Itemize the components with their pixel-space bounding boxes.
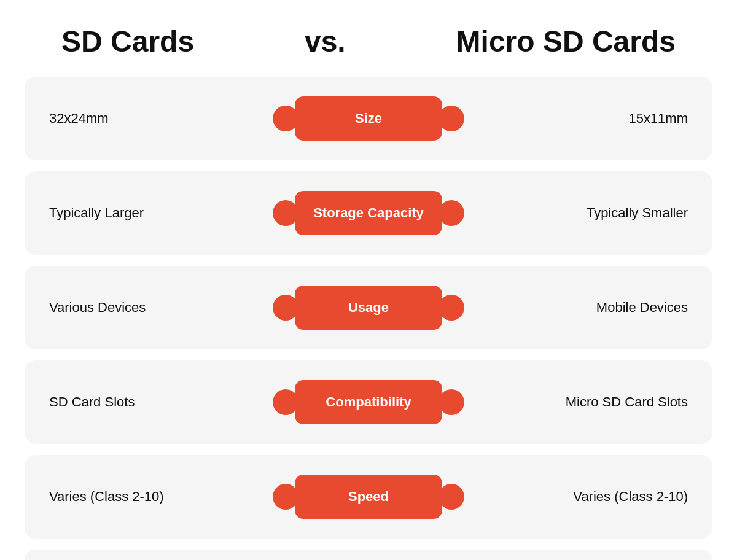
comparison-row-compatibility: SD Card Slots Compatibility Micro SD Car… <box>25 360 712 444</box>
rolling-pin-speed: Speed <box>276 472 461 521</box>
row-right-compatibility: Micro SD Card Slots <box>473 394 688 410</box>
row-right-speed: Varies (Class 2-10) <box>473 489 688 505</box>
rolling-pin-label-usage: Usage <box>348 300 389 316</box>
rolling-pin-label-storage-capacity: Storage Capacity <box>313 205 424 221</box>
header: SD Cards vs. Micro SD Cards <box>25 18 712 77</box>
rolling-pin-body-storage-capacity: Storage Capacity <box>295 191 442 235</box>
rolling-pin-label-speed: Speed <box>348 489 389 505</box>
row-left-size: 32x24mm <box>49 111 264 126</box>
comparison-row-usage: Various Devices Usage Mobile Devices <box>25 266 712 349</box>
row-right-storage-capacity: Typically Smaller <box>473 205 688 221</box>
rolling-pin-size: Size <box>276 94 461 143</box>
header-micro-sd-cards-title: Micro SD Cards <box>456 25 676 58</box>
rolling-pin-storage-capacity: Storage Capacity <box>276 189 461 238</box>
page-container: SD Cards vs. Micro SD Cards 32x24mm Size… <box>25 18 712 560</box>
comparison-row-storage-capacity: Typically Larger Storage Capacity Typica… <box>25 171 712 255</box>
comparison-row-size: 32x24mm Size 15x11mm <box>25 77 712 160</box>
row-right-usage: Mobile Devices <box>473 300 688 316</box>
row-right-size: 15x11mm <box>473 111 688 126</box>
rolling-pin-usage: Usage <box>276 283 461 332</box>
rolling-pin-label-compatibility: Compatibility <box>326 394 411 410</box>
rolling-pin-body-compatibility: Compatibility <box>295 380 442 424</box>
row-left-speed: Varies (Class 2-10) <box>49 489 264 505</box>
comparison-rows: 32x24mm Size 15x11mm Typically Larger St… <box>25 77 712 560</box>
rolling-pin-compatibility: Compatibility <box>276 378 461 427</box>
header-vs-label: vs. <box>305 25 346 58</box>
comparison-row-applications: Cameras, Laptops Applications Smartphone… <box>25 550 712 560</box>
rolling-pin-label-size: Size <box>355 111 382 126</box>
comparison-row-speed: Varies (Class 2-10) Speed Varies (Class … <box>25 455 712 539</box>
row-left-compatibility: SD Card Slots <box>49 394 264 410</box>
rolling-pin-body-size: Size <box>295 96 442 141</box>
header-sd-cards-title: SD Cards <box>61 25 194 58</box>
row-left-storage-capacity: Typically Larger <box>49 205 264 221</box>
rolling-pin-body-usage: Usage <box>295 286 442 330</box>
row-left-usage: Various Devices <box>49 300 264 316</box>
rolling-pin-body-speed: Speed <box>295 475 442 519</box>
